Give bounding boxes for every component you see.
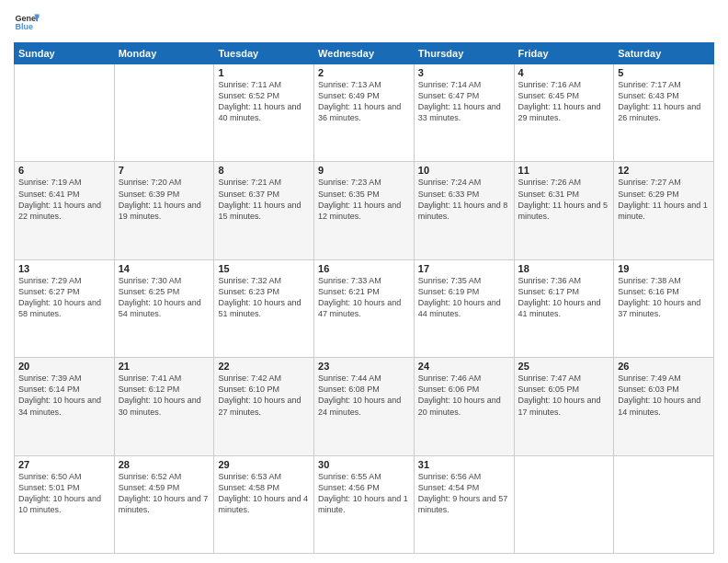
calendar-cell: 24 Sunrise: 7:46 AM Sunset: 6:06 PM Dayl… bbox=[414, 358, 514, 455]
day-info: Sunrise: 6:52 AM Sunset: 4:59 PM Dayligh… bbox=[119, 471, 210, 516]
sunset: Sunset: 5:01 PM bbox=[18, 483, 80, 492]
day-info: Sunrise: 7:20 AM Sunset: 6:39 PM Dayligh… bbox=[119, 177, 210, 222]
day-info: Sunrise: 7:49 AM Sunset: 6:03 PM Dayligh… bbox=[618, 373, 710, 418]
day-info: Sunrise: 7:38 AM Sunset: 6:16 PM Dayligh… bbox=[618, 275, 710, 320]
daylight: Daylight: 11 hours and 12 minutes. bbox=[318, 201, 401, 221]
sunrise: Sunrise: 7:20 AM bbox=[119, 178, 182, 187]
daylight: Daylight: 10 hours and 10 minutes. bbox=[18, 494, 101, 514]
daylight: Daylight: 10 hours and 20 minutes. bbox=[418, 396, 501, 416]
sunrise: Sunrise: 7:16 AM bbox=[518, 80, 582, 89]
day-number: 3 bbox=[418, 67, 510, 78]
day-number: 31 bbox=[418, 459, 510, 470]
daylight: Daylight: 9 hours and 57 minutes. bbox=[418, 494, 508, 514]
sunset: Sunset: 4:56 PM bbox=[318, 483, 380, 492]
calendar-cell: 23 Sunrise: 7:44 AM Sunset: 6:08 PM Dayl… bbox=[314, 358, 415, 455]
daylight: Daylight: 11 hours and 1 minute. bbox=[618, 201, 708, 221]
day-number: 27 bbox=[18, 459, 110, 470]
page: General Blue SundayMondayTuesdayWednesda… bbox=[0, 0, 728, 563]
day-number: 25 bbox=[518, 361, 610, 372]
day-info: Sunrise: 7:44 AM Sunset: 6:08 PM Dayligh… bbox=[318, 373, 410, 418]
day-number: 23 bbox=[318, 361, 410, 372]
sunset: Sunset: 6:17 PM bbox=[518, 287, 580, 296]
sunset: Sunset: 6:49 PM bbox=[318, 91, 380, 100]
sunrise: Sunrise: 7:33 AM bbox=[318, 276, 381, 285]
day-number: 30 bbox=[318, 459, 410, 470]
day-info: Sunrise: 7:30 AM Sunset: 6:25 PM Dayligh… bbox=[119, 275, 210, 320]
sunrise: Sunrise: 7:39 AM bbox=[18, 373, 82, 383]
sunrise: Sunrise: 7:26 AM bbox=[518, 178, 582, 187]
day-number: 6 bbox=[18, 165, 110, 176]
daylight: Daylight: 10 hours and 41 minutes. bbox=[518, 298, 601, 318]
calendar-cell: 17 Sunrise: 7:35 AM Sunset: 6:19 PM Dayl… bbox=[414, 259, 514, 357]
daylight: Daylight: 10 hours and 47 minutes. bbox=[318, 298, 401, 318]
sunset: Sunset: 6:05 PM bbox=[518, 385, 580, 394]
day-number: 1 bbox=[218, 67, 310, 78]
day-info: Sunrise: 7:24 AM Sunset: 6:33 PM Dayligh… bbox=[418, 177, 510, 222]
weekday-header-saturday: Saturday bbox=[614, 43, 714, 64]
sunset: Sunset: 6:03 PM bbox=[618, 385, 679, 394]
day-info: Sunrise: 7:21 AM Sunset: 6:37 PM Dayligh… bbox=[218, 177, 310, 222]
calendar-cell: 13 Sunrise: 7:29 AM Sunset: 6:27 PM Dayl… bbox=[15, 259, 115, 357]
day-number: 12 bbox=[618, 165, 710, 176]
sunrise: Sunrise: 7:24 AM bbox=[418, 178, 482, 187]
sunset: Sunset: 4:54 PM bbox=[418, 483, 480, 492]
sunrise: Sunrise: 6:56 AM bbox=[418, 472, 482, 481]
calendar-week-1: 1 Sunrise: 7:11 AM Sunset: 6:52 PM Dayli… bbox=[15, 64, 714, 162]
day-number: 21 bbox=[119, 361, 210, 372]
calendar-cell: 21 Sunrise: 7:41 AM Sunset: 6:12 PM Dayl… bbox=[114, 358, 214, 455]
sunrise: Sunrise: 7:46 AM bbox=[418, 373, 482, 383]
day-info: Sunrise: 6:56 AM Sunset: 4:54 PM Dayligh… bbox=[418, 471, 510, 516]
daylight: Daylight: 10 hours and 34 minutes. bbox=[18, 396, 101, 416]
sunset: Sunset: 6:31 PM bbox=[518, 190, 580, 199]
sunset: Sunset: 6:14 PM bbox=[18, 385, 80, 394]
calendar-cell: 2 Sunrise: 7:13 AM Sunset: 6:49 PM Dayli… bbox=[314, 64, 415, 162]
day-info: Sunrise: 7:42 AM Sunset: 6:10 PM Dayligh… bbox=[218, 373, 310, 418]
calendar-cell: 22 Sunrise: 7:42 AM Sunset: 6:10 PM Dayl… bbox=[214, 358, 314, 455]
sunset: Sunset: 6:39 PM bbox=[119, 190, 180, 199]
calendar-week-4: 20 Sunrise: 7:39 AM Sunset: 6:14 PM Dayl… bbox=[15, 358, 714, 455]
sunrise: Sunrise: 7:32 AM bbox=[218, 276, 281, 285]
day-info: Sunrise: 7:46 AM Sunset: 6:06 PM Dayligh… bbox=[418, 373, 510, 418]
sunset: Sunset: 6:16 PM bbox=[618, 287, 679, 296]
calendar-cell: 26 Sunrise: 7:49 AM Sunset: 6:03 PM Dayl… bbox=[614, 358, 714, 455]
day-info: Sunrise: 7:17 AM Sunset: 6:43 PM Dayligh… bbox=[618, 79, 710, 124]
sunset: Sunset: 6:25 PM bbox=[119, 287, 180, 296]
day-number: 28 bbox=[119, 459, 210, 470]
day-info: Sunrise: 7:19 AM Sunset: 6:41 PM Dayligh… bbox=[18, 177, 110, 222]
sunset: Sunset: 6:41 PM bbox=[18, 190, 80, 199]
sunset: Sunset: 6:12 PM bbox=[119, 385, 180, 394]
sunrise: Sunrise: 7:42 AM bbox=[218, 373, 281, 383]
calendar-table: SundayMondayTuesdayWednesdayThursdayFrid… bbox=[14, 42, 714, 554]
sunset: Sunset: 6:19 PM bbox=[418, 287, 480, 296]
daylight: Daylight: 11 hours and 29 minutes. bbox=[518, 102, 601, 122]
calendar-cell: 12 Sunrise: 7:27 AM Sunset: 6:29 PM Dayl… bbox=[614, 162, 714, 259]
day-number: 26 bbox=[618, 361, 710, 372]
calendar-cell: 6 Sunrise: 7:19 AM Sunset: 6:41 PM Dayli… bbox=[15, 162, 115, 259]
day-info: Sunrise: 6:53 AM Sunset: 4:58 PM Dayligh… bbox=[218, 471, 310, 516]
day-number: 11 bbox=[518, 165, 610, 176]
daylight: Daylight: 10 hours and 27 minutes. bbox=[218, 396, 301, 416]
day-number: 7 bbox=[119, 165, 210, 176]
calendar-cell bbox=[614, 455, 714, 553]
sunrise: Sunrise: 7:30 AM bbox=[119, 276, 182, 285]
daylight: Daylight: 10 hours and 44 minutes. bbox=[418, 298, 501, 318]
sunrise: Sunrise: 7:29 AM bbox=[18, 276, 82, 285]
day-info: Sunrise: 6:50 AM Sunset: 5:01 PM Dayligh… bbox=[18, 471, 110, 516]
day-info: Sunrise: 7:35 AM Sunset: 6:19 PM Dayligh… bbox=[418, 275, 510, 320]
calendar-cell: 27 Sunrise: 6:50 AM Sunset: 5:01 PM Dayl… bbox=[15, 455, 115, 553]
calendar-cell: 10 Sunrise: 7:24 AM Sunset: 6:33 PM Dayl… bbox=[414, 162, 514, 259]
weekday-header-friday: Friday bbox=[514, 43, 614, 64]
sunrise: Sunrise: 7:35 AM bbox=[418, 276, 482, 285]
day-info: Sunrise: 7:33 AM Sunset: 6:21 PM Dayligh… bbox=[318, 275, 410, 320]
sunset: Sunset: 4:59 PM bbox=[119, 483, 180, 492]
daylight: Daylight: 10 hours and 7 minutes. bbox=[119, 494, 209, 514]
daylight: Daylight: 11 hours and 36 minutes. bbox=[318, 102, 401, 122]
day-number: 13 bbox=[18, 263, 110, 274]
daylight: Daylight: 11 hours and 19 minutes. bbox=[119, 201, 201, 221]
sunset: Sunset: 6:33 PM bbox=[418, 190, 480, 199]
sunrise: Sunrise: 7:13 AM bbox=[318, 80, 381, 89]
logo-icon: General Blue bbox=[14, 9, 40, 35]
daylight: Daylight: 10 hours and 51 minutes. bbox=[218, 298, 301, 318]
day-number: 4 bbox=[518, 67, 610, 78]
day-number: 2 bbox=[318, 67, 410, 78]
